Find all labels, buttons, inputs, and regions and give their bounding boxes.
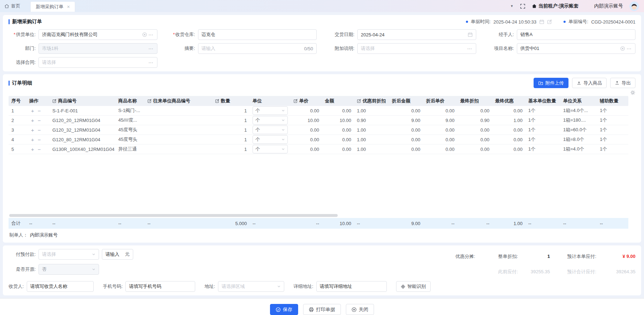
cell-price[interactable]: 0.00 bbox=[291, 137, 322, 142]
cell-code[interactable]: G120_20_12RM01G04 bbox=[50, 118, 115, 123]
avatar[interactable] bbox=[629, 1, 639, 11]
cell-price[interactable]: 0.00 bbox=[291, 108, 322, 113]
add-row-button[interactable]: + bbox=[29, 127, 36, 133]
supplier-input[interactable]: 济南迈克阀门科技有限公司 ⋯ bbox=[38, 29, 157, 40]
bullet-dot bbox=[466, 21, 468, 23]
cell-qty[interactable]: 1 bbox=[212, 137, 250, 142]
receiver-field: 收货人: 请填写收货人名称 bbox=[9, 281, 94, 292]
invoice-field: 是否开票: 否 bbox=[9, 264, 133, 275]
detail-address-input[interactable]: 请填写详细地址 bbox=[316, 281, 387, 292]
close-icon[interactable]: × bbox=[67, 4, 70, 10]
print-button[interactable]: 打印单据 bbox=[303, 304, 341, 315]
cell-code[interactable]: G130R_100X40_12RM01G04 bbox=[50, 147, 115, 152]
table-header-row: 序号操作商品编号商品名称往来单位商品编号数量单位单价金额优惠前折扣折后金额折后单… bbox=[9, 96, 628, 106]
cell-price[interactable]: 10.00 bbox=[291, 118, 322, 123]
prepay-select[interactable]: 请选择 bbox=[38, 249, 99, 260]
cell-aux_qty: 1个 bbox=[597, 146, 628, 152]
cell-aux_qty: 1个 bbox=[597, 117, 628, 123]
save-button[interactable]: 保存 bbox=[270, 304, 298, 315]
cell-final_discount: 0.00 bbox=[457, 127, 492, 133]
cell-pre_discount[interactable]: 1.00 bbox=[354, 147, 389, 152]
calendar-icon[interactable] bbox=[468, 32, 473, 37]
doc-meta: 单据时间: 2025-04-24 10:50:33 单据编号: CGD-2025… bbox=[466, 19, 635, 25]
cell-pre_discount[interactable]: 0.90 bbox=[354, 118, 389, 123]
cell-qty[interactable]: 1 bbox=[212, 127, 250, 133]
cell-code[interactable]: G120_32_12RM01G04 bbox=[50, 127, 115, 133]
summary-input[interactable]: 请输入 0/50 bbox=[198, 43, 317, 54]
remove-row-button[interactable]: − bbox=[36, 137, 43, 143]
extra-note-input[interactable]: 请选择 ⋯ bbox=[357, 43, 476, 54]
warehouse-input[interactable]: 迈克仓 bbox=[198, 29, 317, 40]
cell-code[interactable]: G120_80_12RM01G04 bbox=[50, 137, 115, 142]
cell-pre_discount[interactable]: 1.00 bbox=[354, 127, 389, 133]
receiver-input[interactable]: 请填写收货人名称 bbox=[27, 281, 94, 292]
region-select[interactable]: 请选择区域 bbox=[218, 281, 284, 292]
order-header-card: 新增采购订单 单据时间: 2025-04-24 10:50:33 单据编号: C… bbox=[3, 15, 641, 71]
cell-amount: 0.00 bbox=[322, 108, 354, 113]
remove-row-button[interactable]: − bbox=[36, 108, 43, 114]
cell-ops: +− bbox=[26, 117, 50, 123]
unit-select[interactable]: 个 bbox=[253, 106, 288, 115]
more-icon[interactable]: ⋯ bbox=[467, 46, 473, 51]
col-header-final_benefit: 最终优惠 bbox=[492, 98, 525, 104]
phone-input[interactable]: 请填写手机号码 bbox=[125, 281, 195, 292]
cell-disc_amount: 0.00 bbox=[389, 127, 423, 133]
cell-pre_discount[interactable]: 1.00 bbox=[354, 108, 389, 113]
add-row-button[interactable]: + bbox=[29, 117, 36, 123]
cell-final_discount: -- bbox=[457, 221, 492, 226]
import-products-button[interactable]: 导入商品 bbox=[572, 78, 607, 88]
remove-row-button[interactable]: − bbox=[36, 146, 43, 152]
account-name[interactable]: 内部演示账号 bbox=[594, 3, 623, 9]
cell-aux_qty: 1个 bbox=[597, 136, 628, 143]
delivery-date-input[interactable]: 2025-04-24 bbox=[357, 29, 476, 40]
chevron-down-icon[interactable]: ▼ bbox=[510, 4, 514, 8]
calendar-icon[interactable] bbox=[539, 19, 544, 24]
tenant-info[interactable]: 当前租户:演示账套 bbox=[532, 3, 579, 9]
cell-price[interactable]: 0.00 bbox=[291, 147, 322, 152]
project-input[interactable]: 供货中01 ⋯ bbox=[517, 43, 636, 54]
cell-price[interactable]: 0.00 bbox=[291, 127, 322, 133]
scrollbar-thumb[interactable] bbox=[9, 214, 338, 217]
cell-final_discount: 0.00 bbox=[457, 137, 492, 142]
contract-input[interactable]: 请选择 ⋯ bbox=[38, 57, 157, 68]
edit-icon[interactable] bbox=[547, 19, 552, 24]
handler-input[interactable]: 销售A bbox=[517, 29, 636, 40]
remove-row-button[interactable]: − bbox=[36, 127, 43, 133]
close-button[interactable]: 关闭 bbox=[346, 304, 374, 315]
smart-recognize-button[interactable]: 智能识别 bbox=[396, 281, 431, 292]
more-icon[interactable]: ⋯ bbox=[149, 60, 154, 65]
department-input[interactable]: 市场1科 ⋯ bbox=[38, 43, 157, 54]
more-icon[interactable]: ⋯ bbox=[627, 46, 632, 51]
fullscreen-icon[interactable] bbox=[520, 4, 525, 9]
add-row-button[interactable]: + bbox=[29, 137, 36, 143]
cell-qty[interactable]: 1 bbox=[212, 108, 250, 113]
unit-select[interactable]: 个 bbox=[253, 126, 288, 134]
more-icon[interactable]: ⋯ bbox=[149, 46, 154, 51]
invoice-select[interactable]: 否 bbox=[38, 264, 99, 275]
cell-unit_relation: 1箱=4.0个... bbox=[560, 107, 597, 114]
cell-code[interactable]: S-1-F-E-001 bbox=[50, 108, 115, 113]
clear-icon[interactable] bbox=[620, 46, 625, 51]
unit-select[interactable]: 个 bbox=[253, 145, 288, 153]
add-row-button[interactable]: + bbox=[29, 146, 36, 152]
unit-select[interactable]: 个 bbox=[253, 135, 288, 144]
smart-recognize-icon bbox=[401, 284, 405, 289]
cell-pre_discount[interactable]: 1.00 bbox=[354, 137, 389, 142]
cell-qty[interactable]: 1 bbox=[212, 147, 250, 152]
prepay-amount-input[interactable]: 请输入 元 bbox=[102, 249, 133, 260]
cell-qty[interactable]: 1 bbox=[212, 118, 250, 123]
tab-new-purchase-order[interactable]: 新增采购订单 × bbox=[30, 2, 75, 12]
col-header-final_discount: 最终折扣 bbox=[457, 98, 492, 104]
cell-name: 45度弯头 bbox=[115, 127, 145, 133]
clear-icon[interactable] bbox=[142, 32, 147, 37]
remove-row-button[interactable]: − bbox=[36, 117, 43, 123]
unit-select[interactable]: 个 bbox=[253, 116, 288, 125]
char-counter: 0/50 bbox=[304, 46, 313, 51]
home-nav[interactable]: 首页 bbox=[4, 3, 20, 9]
table-settings-gear-icon[interactable] bbox=[630, 90, 635, 95]
more-icon[interactable]: ⋯ bbox=[149, 32, 154, 37]
chevron-down-icon bbox=[281, 147, 285, 151]
attachment-upload-button[interactable]: 附件上传 bbox=[534, 78, 568, 88]
export-button[interactable]: 导出 bbox=[610, 78, 635, 88]
add-row-button[interactable]: + bbox=[29, 108, 36, 114]
